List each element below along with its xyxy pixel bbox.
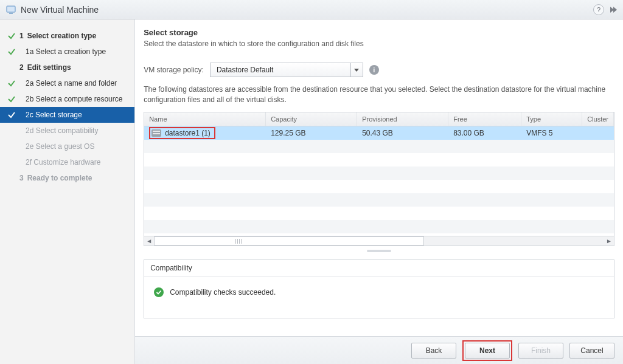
cancel-button[interactable]: Cancel xyxy=(569,343,614,359)
step-2d-label: 2d Select compatibility xyxy=(26,126,98,135)
step-2f-label: 2f Customize hardware xyxy=(26,158,100,167)
step-2[interactable]: 2 Edit settings xyxy=(0,60,134,75)
step-1-label: Select creation type xyxy=(27,32,96,40)
highlight-box: datastore1 (1) xyxy=(149,127,215,139)
table-row[interactable]: datastore1 (1) 129.25 GB 50.43 GB 83.00 … xyxy=(144,126,614,140)
scroll-thumb[interactable] xyxy=(154,236,424,246)
finish-button: Finish xyxy=(518,343,563,359)
titlebar: New Virtual Machine ? xyxy=(0,0,623,19)
title-left: New Virtual Machine xyxy=(6,5,99,15)
step-2-num: 2 xyxy=(19,63,24,72)
compatibility-body: Compatibility checks succeeded. xyxy=(144,276,614,318)
resize-handle[interactable] xyxy=(144,249,614,253)
check-icon xyxy=(6,111,17,119)
horizontal-scrollbar[interactable]: ◄ ► xyxy=(144,236,614,246)
datastore-table: Name Capacity Provisioned Free Type Clus… xyxy=(144,112,614,246)
page-description: The following datastores are accessible … xyxy=(144,84,614,106)
table-header: Name Capacity Provisioned Free Type Clus… xyxy=(144,112,614,126)
col-name[interactable]: Name xyxy=(144,112,266,126)
success-icon xyxy=(154,287,164,297)
step-2f: 2f Customize hardware xyxy=(0,154,134,170)
table-row-empty xyxy=(144,140,614,153)
table-row-empty xyxy=(144,220,614,233)
step-1a-label: 1a Select a creation type xyxy=(26,47,106,56)
scroll-track[interactable] xyxy=(154,236,604,246)
step-2b-label: 2b Select a compute resource xyxy=(26,95,122,103)
page-subtitle: Select the datastore in which to store t… xyxy=(144,39,614,48)
table-row-empty xyxy=(144,193,614,207)
step-2c-label: 2c Select storage xyxy=(26,111,82,119)
title-right: ? xyxy=(593,4,617,15)
check-icon xyxy=(6,32,17,40)
table-row-empty xyxy=(144,153,614,167)
wizard-footer: Back Next Finish Cancel xyxy=(135,336,623,364)
step-2b[interactable]: 2b Select a compute resource xyxy=(0,91,134,107)
step-3-label: Ready to complete xyxy=(27,174,92,182)
highlight-box: Next xyxy=(462,340,512,361)
step-2a[interactable]: 2a Select a name and folder xyxy=(0,75,134,91)
check-icon xyxy=(6,79,17,88)
step-2-label: Edit settings xyxy=(27,63,71,72)
expand-icon[interactable] xyxy=(610,7,617,13)
cell-provisioned: 50.43 GB xyxy=(357,129,448,137)
step-2d: 2d Select compatibility xyxy=(0,123,134,139)
svg-rect-1 xyxy=(9,13,13,14)
compatibility-panel: Compatibility Compatibility checks succe… xyxy=(144,259,614,318)
step-2c[interactable]: 2c Select storage xyxy=(0,107,134,123)
col-free[interactable]: Free xyxy=(448,112,521,126)
table-row-empty xyxy=(144,180,614,193)
step-3-num: 3 xyxy=(19,174,24,182)
step-1[interactable]: 1 Select creation type xyxy=(0,28,134,44)
compatibility-message: Compatibility checks succeeded. xyxy=(170,288,276,297)
scroll-left-icon[interactable]: ◄ xyxy=(144,236,154,246)
col-provisioned[interactable]: Provisioned xyxy=(357,112,448,126)
col-cluster[interactable]: Cluster xyxy=(582,112,614,126)
help-icon[interactable]: ? xyxy=(593,4,604,15)
storage-policy-label: VM storage policy: xyxy=(144,66,204,74)
col-capacity[interactable]: Capacity xyxy=(266,112,357,126)
storage-policy-select[interactable]: Datastore Default xyxy=(210,63,363,77)
chevron-down-icon[interactable] xyxy=(350,63,363,77)
compatibility-heading: Compatibility xyxy=(144,260,614,276)
wizard-sidebar: 1 Select creation type 1a Select a creat… xyxy=(0,19,135,364)
col-type[interactable]: Type xyxy=(521,112,582,126)
vm-icon xyxy=(6,5,16,15)
cell-free: 83.00 GB xyxy=(448,129,521,137)
storage-policy-value: Datastore Default xyxy=(211,66,350,74)
datastore-icon xyxy=(151,129,161,137)
table-row-empty xyxy=(144,207,614,220)
info-icon[interactable]: i xyxy=(369,65,379,75)
step-2e: 2e Select a guest OS xyxy=(0,139,134,154)
next-button[interactable]: Next xyxy=(465,343,510,359)
scroll-right-icon[interactable]: ► xyxy=(604,236,614,246)
svg-rect-0 xyxy=(7,6,15,12)
table-row-empty xyxy=(144,167,614,180)
check-icon xyxy=(6,47,17,56)
wizard-main: Select storage Select the datastore in w… xyxy=(135,19,623,364)
step-2a-label: 2a Select a name and folder xyxy=(26,79,117,88)
page-heading: Select storage xyxy=(144,28,614,37)
cell-capacity: 129.25 GB xyxy=(266,129,357,137)
wizard-body: 1 Select creation type 1a Select a creat… xyxy=(0,19,623,364)
step-3: 3 Ready to complete xyxy=(0,170,134,186)
step-1a[interactable]: 1a Select a creation type xyxy=(0,44,134,60)
step-1-num: 1 xyxy=(19,32,24,40)
table-body: datastore1 (1) 129.25 GB 50.43 GB 83.00 … xyxy=(144,126,614,236)
storage-policy-row: VM storage policy: Datastore Default i xyxy=(144,63,614,77)
cell-type: VMFS 5 xyxy=(521,129,582,137)
cell-name: datastore1 (1) xyxy=(144,127,266,139)
check-icon xyxy=(6,95,17,103)
datastore-name: datastore1 (1) xyxy=(165,129,211,137)
back-button[interactable]: Back xyxy=(411,343,456,359)
step-2e-label: 2e Select a guest OS xyxy=(26,142,94,151)
window-title: New Virtual Machine xyxy=(21,5,99,15)
